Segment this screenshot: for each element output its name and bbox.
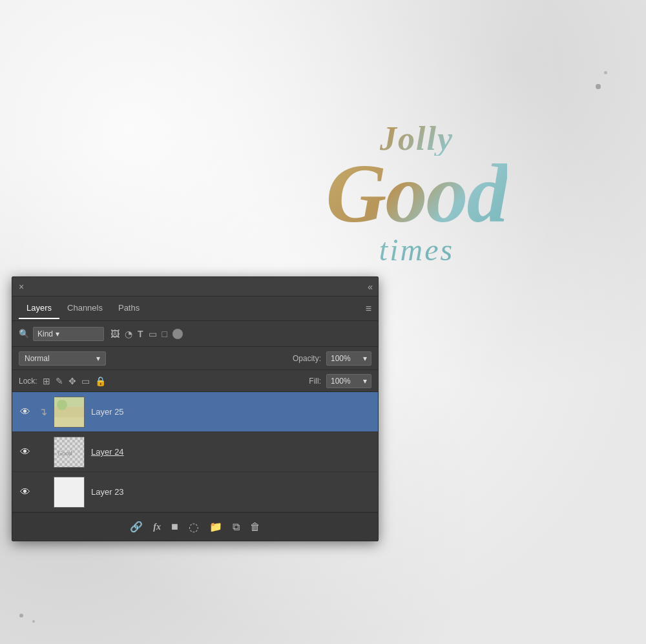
good-text: Good xyxy=(326,156,508,231)
delete-layer-button[interactable]: 🗑 xyxy=(250,521,260,533)
fill-label: Fill: xyxy=(309,377,321,386)
filter-icons-group: 🖼 ◔ T ▭ □ xyxy=(110,329,183,339)
layer-effects-button[interactable]: fx xyxy=(153,522,161,532)
layer-row-23[interactable]: 👁 - Layer 23 xyxy=(12,472,378,512)
shape-filter-icon[interactable]: ▭ xyxy=(149,329,157,339)
fill-input[interactable]: 100% ▾ xyxy=(326,374,371,388)
layer-link-25[interactable]: ↴ xyxy=(38,406,47,418)
layer-thumb-svg-23 xyxy=(54,477,84,507)
layer-name-23: Layer 23 xyxy=(91,487,371,497)
collapse-button[interactable]: « xyxy=(368,282,371,292)
svg-rect-9 xyxy=(54,477,84,507)
svg-point-2 xyxy=(57,400,67,410)
lock-transparent-icon[interactable]: ⊞ xyxy=(43,376,50,386)
tab-channels[interactable]: Channels xyxy=(59,298,110,319)
layer-link-24: - xyxy=(38,448,47,457)
panel-bottom-toolbar: 🔗 fx ■ ◌ 📁 ⧉ 🗑 xyxy=(12,512,378,541)
adjustment-layer-button[interactable]: ◌ xyxy=(189,520,199,534)
layer-thumb-svg-25 xyxy=(54,397,84,427)
fill-arrow-icon: ▾ xyxy=(363,377,367,386)
new-layer-button[interactable]: ⧉ xyxy=(233,521,240,533)
lock-icons-group: ⊞ ✎ ✥ ▭ 🔒 xyxy=(43,376,106,386)
titlebar-left: × xyxy=(19,282,24,291)
blend-opacity-row: Normal ▾ Opacity: 100% ▾ xyxy=(12,347,378,370)
type-filter-icon[interactable]: T xyxy=(138,329,143,339)
layer-thumbnail-25 xyxy=(54,397,85,428)
lock-image-icon[interactable]: ✎ xyxy=(56,376,63,386)
close-button[interactable]: × xyxy=(19,282,24,291)
panel-tabs: Layers Channels Paths ≡ xyxy=(12,296,378,321)
lock-label: Lock: xyxy=(19,377,37,386)
search-icon: 🔍 xyxy=(19,329,29,338)
design-text-content: Jolly Good times xyxy=(326,122,508,265)
link-layers-button[interactable]: 🔗 xyxy=(130,521,143,533)
blend-mode-dropdown[interactable]: Normal ▾ xyxy=(19,351,106,366)
svg-text:Good: Good xyxy=(57,450,72,457)
layers-panel: × « Layers Channels Paths ≡ 🔍 Kind ▾ 🖼 ◔… xyxy=(12,276,379,541)
visibility-toggle-24[interactable]: 👁 xyxy=(19,446,32,458)
kind-label: Kind xyxy=(37,329,53,338)
panel-titlebar: × « xyxy=(12,277,378,296)
layer-link-23: - xyxy=(38,488,47,497)
design-text-area: Jolly Good times xyxy=(278,103,556,284)
add-mask-button[interactable]: ■ xyxy=(171,520,178,534)
lock-all-icon[interactable]: 🔒 xyxy=(95,376,106,386)
filter-row: 🔍 Kind ▾ 🖼 ◔ T ▭ □ xyxy=(12,321,378,347)
layers-list: 👁 ↴ Layer 25 👁 - xyxy=(12,392,378,512)
canvas-decoration xyxy=(604,71,607,74)
opacity-value-text: 100% xyxy=(331,354,351,363)
layer-row-24[interactable]: 👁 - Good Layer 24 xyxy=(12,432,378,472)
lock-position-icon[interactable]: ✥ xyxy=(68,376,76,386)
svg-rect-3 xyxy=(54,417,84,427)
opacity-label: Opacity: xyxy=(293,354,321,363)
smartobject-filter-icon[interactable]: □ xyxy=(162,329,167,339)
layer-name-25: Layer 25 xyxy=(91,407,371,417)
layer-row-25[interactable]: 👁 ↴ Layer 25 xyxy=(12,392,378,432)
color-filter-icon[interactable] xyxy=(172,329,183,339)
adjustment-filter-icon[interactable]: ◔ xyxy=(125,329,132,339)
visibility-toggle-23[interactable]: 👁 xyxy=(19,486,32,498)
layer-name-24: Layer 24 xyxy=(91,447,371,457)
lock-artboard-icon[interactable]: ▭ xyxy=(81,376,90,386)
canvas-decoration xyxy=(19,614,23,618)
opacity-input[interactable]: 100% ▾ xyxy=(326,351,371,366)
group-layers-button[interactable]: 📁 xyxy=(209,521,222,533)
image-filter-icon[interactable]: 🖼 xyxy=(110,329,120,339)
panel-menu-button[interactable]: ≡ xyxy=(366,303,371,315)
layer-thumbnail-24: Good xyxy=(54,437,85,468)
canvas-decoration xyxy=(32,620,35,623)
kind-dropdown[interactable]: Kind ▾ xyxy=(33,327,104,341)
opacity-arrow-icon: ▾ xyxy=(363,354,367,363)
fill-value-text: 100% xyxy=(331,377,351,386)
layer-thumb-svg-24: Good xyxy=(54,437,84,467)
kind-arrow-icon: ▾ xyxy=(56,329,59,338)
tab-layers[interactable]: Layers xyxy=(19,298,59,319)
blend-mode-label: Normal xyxy=(25,354,50,363)
canvas-decoration xyxy=(596,84,601,89)
layer-thumbnail-23 xyxy=(54,477,85,508)
blend-mode-arrow: ▾ xyxy=(96,354,100,363)
visibility-toggle-25[interactable]: 👁 xyxy=(19,406,32,418)
tab-paths[interactable]: Paths xyxy=(110,298,147,319)
lock-row: Lock: ⊞ ✎ ✥ ▭ 🔒 Fill: 100% ▾ xyxy=(12,370,378,392)
